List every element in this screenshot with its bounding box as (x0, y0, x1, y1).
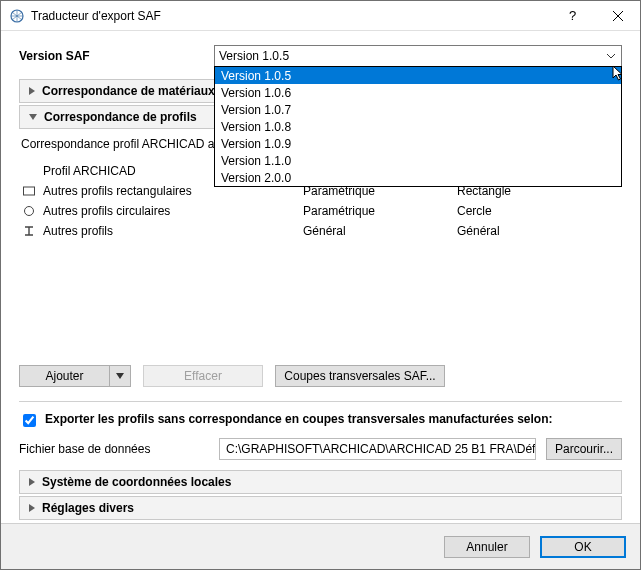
version-option[interactable]: Version 2.0.0 (215, 169, 621, 186)
cursor-icon (612, 65, 626, 83)
saf-sections-button[interactable]: Coupes transversales SAF... (275, 365, 445, 387)
db-path-label: Fichier base de données (19, 442, 209, 456)
row-form: Général (303, 224, 457, 238)
table-row[interactable]: Autres profils Général Général (21, 221, 622, 241)
col-header: Profil ARCHICAD (43, 164, 136, 178)
chevron-down-icon (605, 49, 617, 63)
close-button[interactable] (595, 1, 640, 30)
version-option[interactable]: Version 1.0.9 (215, 135, 621, 152)
section-materials-label: Correspondance de matériaux (42, 84, 215, 98)
row-name: Autres profils (43, 224, 113, 238)
row-name: Autres profils rectangulaires (43, 184, 192, 198)
version-select[interactable]: Version 1.0.5 (214, 45, 622, 67)
section-profiles-label: Correspondance de profils (44, 110, 197, 124)
section-coord[interactable]: Système de coordonnées locales (19, 470, 622, 494)
db-path-field[interactable]: C:\GRAPHISOFT\ARCHICAD\ARCHICAD 25 B1 FR… (219, 438, 536, 460)
version-option[interactable]: Version 1.1.0 (215, 152, 621, 169)
footer: Annuler OK (1, 523, 640, 569)
table-row[interactable]: Autres profils circulaires Paramétrique … (21, 201, 622, 221)
version-option[interactable]: Version 1.0.7 (215, 101, 621, 118)
svg-point-2 (25, 207, 34, 216)
version-label: Version SAF (19, 49, 214, 63)
browse-button[interactable]: Parcourir... (546, 438, 622, 460)
row-form: Paramétrique (303, 204, 457, 218)
svg-rect-1 (24, 187, 35, 195)
ok-button[interactable]: OK (540, 536, 626, 558)
section-misc[interactable]: Réglages divers (19, 496, 622, 520)
add-button[interactable]: Ajouter (19, 365, 109, 387)
row-shape: Cercle (457, 204, 622, 218)
version-option[interactable]: Version 1.0.5 (215, 67, 621, 84)
triangle-down-icon (28, 113, 38, 121)
version-option[interactable]: Version 1.0.8 (215, 118, 621, 135)
delete-button: Effacer (143, 365, 263, 387)
triangle-right-icon (28, 86, 36, 96)
cancel-button[interactable]: Annuler (444, 536, 530, 558)
window-title: Traducteur d'export SAF (31, 9, 550, 23)
rectangle-icon (21, 184, 37, 198)
ibeam-icon (21, 224, 37, 238)
app-icon (9, 8, 25, 24)
triangle-right-icon (28, 503, 36, 513)
export-check-label: Exporter les profils sans correspondance… (45, 412, 553, 426)
export-uncorrelated-checkbox[interactable] (23, 414, 36, 427)
section-coord-label: Système de coordonnées locales (42, 475, 231, 489)
help-button[interactable]: ? (550, 1, 595, 30)
row-shape: Général (457, 224, 622, 238)
version-select-value: Version 1.0.5 (219, 49, 289, 63)
titlebar: Traducteur d'export SAF ? (1, 1, 640, 31)
circle-icon (21, 204, 37, 218)
version-option[interactable]: Version 1.0.6 (215, 84, 621, 101)
version-dropdown: Version 1.0.5 Version 1.0.6 Version 1.0.… (214, 66, 622, 187)
section-misc-label: Réglages divers (42, 501, 134, 515)
triangle-right-icon (28, 477, 36, 487)
add-button-caret[interactable] (109, 365, 131, 387)
row-name: Autres profils circulaires (43, 204, 170, 218)
